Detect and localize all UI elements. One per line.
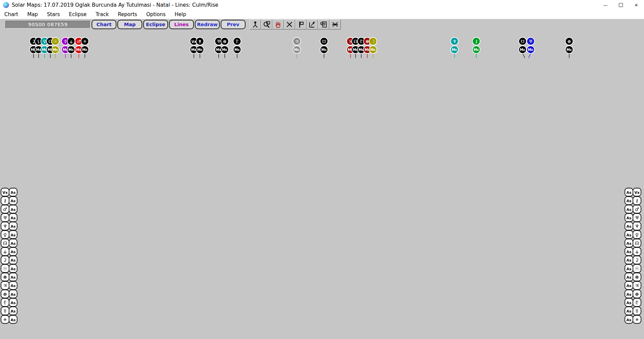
svg-text:+: + <box>591 237 595 242</box>
svg-text:☿: ☿ <box>64 39 67 44</box>
city-label: Perth <box>481 235 493 240</box>
svg-text:As: As <box>10 190 16 195</box>
city-label: Adelaide <box>492 234 512 239</box>
svg-text:☽: ☽ <box>215 185 219 190</box>
region-label: PERU <box>179 202 192 207</box>
svg-text:Mc: Mc <box>82 48 88 52</box>
svg-text:Mc: Mc <box>520 48 526 52</box>
svg-text:+: + <box>334 98 338 104</box>
minimize-button[interactable]: — <box>598 0 613 10</box>
svg-text:♅: ♅ <box>378 186 382 191</box>
svg-text:+: + <box>174 152 178 158</box>
region-label: UNITEDSTATES <box>137 124 155 134</box>
info-report-icon[interactable] <box>318 19 329 30</box>
svg-text:+: + <box>142 115 146 120</box>
menu-stars[interactable]: Stars <box>47 11 60 17</box>
svg-text:+: + <box>511 129 515 135</box>
city-label: Kuala Lumpur <box>488 182 518 187</box>
pan-hand-icon[interactable] <box>272 19 284 30</box>
crossed-lines-icon[interactable] <box>329 19 341 30</box>
svg-text:♇: ♇ <box>635 300 639 305</box>
svg-text:+: + <box>425 146 429 152</box>
menu-chart[interactable]: Chart <box>4 11 18 17</box>
svg-text:♅: ♅ <box>67 184 71 190</box>
culmination-lines <box>34 58 569 323</box>
svg-text:+: + <box>483 162 487 167</box>
menu-help[interactable]: Help <box>175 11 186 17</box>
line-glyph-badges: Vx✳♅⊗⚶♃♇♄♇☽♆☋♅⊗⊕⚳⊕♀♃☉☿♂ <box>40 183 556 195</box>
svg-text:+: + <box>592 243 596 249</box>
close-button[interactable]: ✕ <box>629 0 644 10</box>
city-label: Kathmandu <box>465 147 490 152</box>
flag-marker-icon[interactable] <box>295 19 307 30</box>
svg-text:♅: ♅ <box>217 39 221 44</box>
locate-person-icon[interactable] <box>250 19 261 30</box>
menu-map[interactable]: Map <box>27 11 38 17</box>
maximize-icon <box>619 3 623 7</box>
svg-text:♃: ♃ <box>297 221 301 226</box>
maximize-button[interactable] <box>613 0 629 10</box>
svg-text:♇: ♇ <box>171 188 175 194</box>
map-area: CANADAUNITEDSTATESMEXICOGREENLANDVENEZUE… <box>0 30 644 339</box>
cut-lines-icon[interactable] <box>284 19 295 30</box>
region-label: ANTARCTICA <box>307 296 337 301</box>
window-title: Solar Maps: 17.07.2019 Oglak Burcunda Ay… <box>12 2 218 8</box>
svg-text:As: As <box>10 208 16 212</box>
world-map-canvas[interactable]: CANADAUNITEDSTATESMEXICOGREENLANDVENEZUE… <box>0 30 644 339</box>
map-button[interactable]: Map <box>117 20 142 29</box>
prev-button[interactable]: Prev <box>221 20 246 29</box>
svg-text:♀: ♀ <box>635 232 639 237</box>
svg-text:+: + <box>512 234 516 239</box>
chart-button[interactable]: Chart <box>92 20 116 29</box>
svg-text:⚸: ⚸ <box>37 39 40 44</box>
svg-text:+: + <box>70 116 74 121</box>
svg-text:♂: ♂ <box>88 160 92 165</box>
svg-text:♀: ♀ <box>48 155 51 160</box>
svg-text:+: + <box>294 116 298 121</box>
region-labels: CANADAUNITEDSTATESMEXICOGREENLANDVENEZUE… <box>10 77 551 301</box>
region-label: ETHIOPIA <box>370 175 393 180</box>
arrow-right <box>28 177 64 189</box>
region-label: CHAD <box>337 165 351 171</box>
redraw-button[interactable]: Redraw <box>195 20 220 29</box>
region-label: INDIA <box>437 151 450 156</box>
svg-text:As: As <box>626 301 632 305</box>
eclipse-button[interactable]: Eclipse <box>143 20 168 29</box>
city-label: Dublin <box>298 109 312 114</box>
window-controls: — ✕ <box>598 0 644 10</box>
svg-text:As: As <box>626 241 632 246</box>
toolbar: 90S00 087E59 Chart Map Eclipse Lines Red… <box>0 19 644 30</box>
menu-eclipse[interactable]: Eclipse <box>69 11 87 17</box>
svg-text:⚸: ⚸ <box>40 155 44 160</box>
svg-text:+: + <box>483 182 487 187</box>
arrow-right <box>268 111 292 120</box>
menu-reports[interactable]: Reports <box>118 11 137 17</box>
svg-text:+: + <box>545 244 549 249</box>
move-target-icon[interactable] <box>307 19 318 30</box>
zoom-area-icon[interactable] <box>261 19 272 30</box>
svg-text:⚷: ⚷ <box>202 197 206 202</box>
svg-text:♂: ♂ <box>3 207 7 212</box>
lines-button[interactable]: Lines <box>169 20 194 29</box>
svg-text:☿: ☿ <box>4 308 6 314</box>
svg-text:⚵: ⚵ <box>198 39 202 44</box>
svg-text:☽: ☽ <box>363 217 367 222</box>
region-label: ALGERIA <box>310 145 330 151</box>
svg-text:+: + <box>174 148 178 153</box>
svg-text:⊕: ⊕ <box>568 39 571 44</box>
region-label: KAZAKHSTAN <box>415 116 447 121</box>
svg-text:+: + <box>494 197 498 203</box>
menu-track[interactable]: Track <box>96 11 109 17</box>
menu-options[interactable]: Options <box>146 11 166 17</box>
city-label: Tripoli <box>327 136 340 141</box>
region-label: COLOMBIA <box>189 179 214 184</box>
svg-text:⊕: ⊕ <box>3 291 7 297</box>
svg-text:✳: ✳ <box>49 184 53 190</box>
country-borders <box>60 79 543 242</box>
svg-text:Mc: Mc <box>321 48 327 52</box>
svg-text:Mc: Mc <box>53 48 58 52</box>
svg-text:⚶: ⚶ <box>635 249 639 254</box>
city-label: Copenhagen <box>320 104 348 109</box>
app-globe-icon <box>3 2 9 8</box>
region-label: AUSTRALIA <box>524 223 551 228</box>
